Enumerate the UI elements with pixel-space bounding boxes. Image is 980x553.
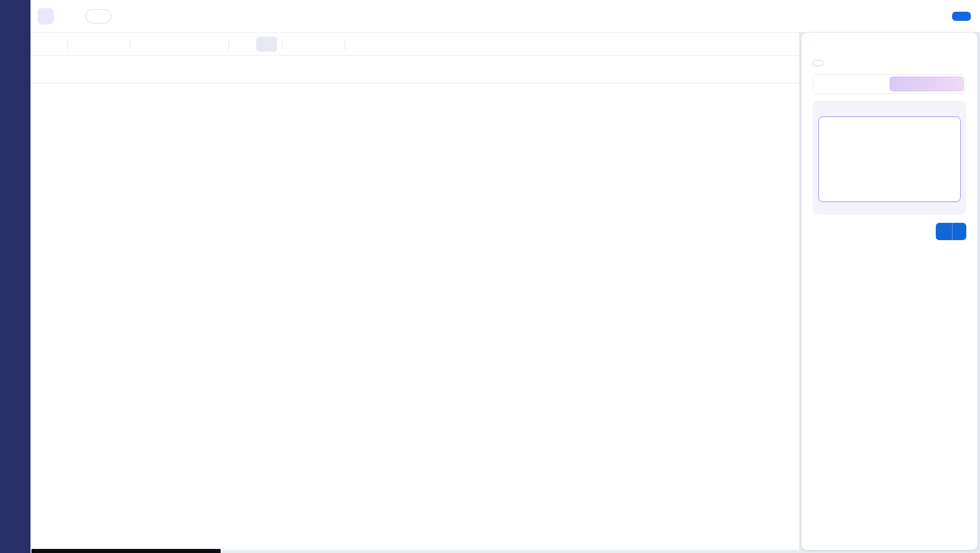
apply-button[interactable]	[936, 223, 952, 240]
gutter-header	[49, 56, 82, 83]
group-button[interactable]	[180, 37, 201, 52]
more-tools-button[interactable]	[404, 41, 416, 48]
plug-icon	[390, 40, 398, 48]
app	[0, 0, 980, 553]
open-in-new-button[interactable]	[323, 36, 340, 52]
table-view-icon	[42, 40, 50, 48]
format-button[interactable]	[202, 37, 223, 52]
formula-description-box[interactable]	[818, 117, 961, 202]
lightning-icon	[372, 40, 380, 48]
context-chip	[813, 60, 823, 66]
main-area	[30, 0, 980, 553]
search-icon	[112, 40, 120, 48]
format-pen-icon	[207, 40, 215, 48]
sheet-summary-button[interactable]	[350, 36, 366, 52]
filter-icon	[140, 40, 148, 48]
tab-write-syntax[interactable]	[815, 76, 890, 92]
attachment-column-icon[interactable]	[63, 70, 71, 78]
sort-button[interactable]	[158, 37, 178, 52]
topbar	[30, 0, 980, 33]
saved-cloud-icon	[116, 11, 127, 21]
topbar-right	[944, 12, 971, 21]
divider	[345, 39, 345, 50]
formulas-button[interactable]	[256, 37, 277, 52]
sort-icon	[162, 40, 170, 48]
thumbs-down-icon[interactable]	[829, 227, 838, 237]
divider	[67, 39, 68, 50]
lock-column-icon[interactable]	[74, 70, 82, 78]
view-switcher-button[interactable]	[38, 37, 62, 52]
attachments-button[interactable]	[305, 36, 322, 52]
connections-button[interactable]	[386, 36, 402, 52]
undo-icon	[77, 40, 85, 48]
thumbs-up-icon[interactable]	[813, 227, 822, 237]
automation-button[interactable]	[368, 36, 384, 52]
info-icon[interactable]	[821, 106, 828, 113]
open-link-icon	[327, 40, 335, 48]
sidebar	[0, 0, 30, 553]
comment-icon	[292, 40, 300, 48]
comment-column-icon[interactable]	[51, 70, 59, 78]
sheet	[30, 33, 799, 550]
formulas-fx-icon	[261, 40, 269, 48]
format-rules-icon	[238, 40, 247, 48]
panel-tabs	[813, 74, 966, 94]
formulas-panel	[802, 33, 977, 550]
attachment-icon	[310, 40, 318, 48]
table-body	[30, 83, 799, 550]
share-button[interactable]	[952, 12, 971, 21]
content	[30, 33, 980, 553]
settings-button[interactable]	[776, 36, 792, 52]
close-icon[interactable]	[957, 43, 966, 52]
megaphone-icon	[93, 13, 100, 20]
search-button[interactable]	[108, 36, 125, 52]
bottom-strip	[32, 549, 221, 553]
divider	[130, 39, 130, 50]
divider	[228, 39, 229, 50]
document-icon	[354, 40, 362, 48]
divider	[282, 39, 283, 50]
redo-icon	[95, 40, 103, 48]
toolbar	[30, 33, 799, 56]
filter-button[interactable]	[135, 37, 156, 52]
undo-button[interactable]	[73, 36, 89, 52]
redo-button[interactable]	[90, 36, 107, 52]
apply-dropdown-button[interactable]	[952, 223, 966, 240]
table-header	[30, 56, 799, 83]
feedback-button[interactable]	[85, 9, 111, 23]
sparkle-icon	[922, 80, 929, 88]
tab-build-with-ai[interactable]	[890, 76, 964, 92]
comments-button[interactable]	[288, 36, 304, 52]
format-rules-button[interactable]	[234, 37, 255, 52]
formula-ai-card	[813, 101, 966, 215]
group-icon	[185, 40, 193, 48]
panel-actions	[813, 223, 966, 240]
sheet-logo-icon[interactable]	[38, 8, 54, 24]
